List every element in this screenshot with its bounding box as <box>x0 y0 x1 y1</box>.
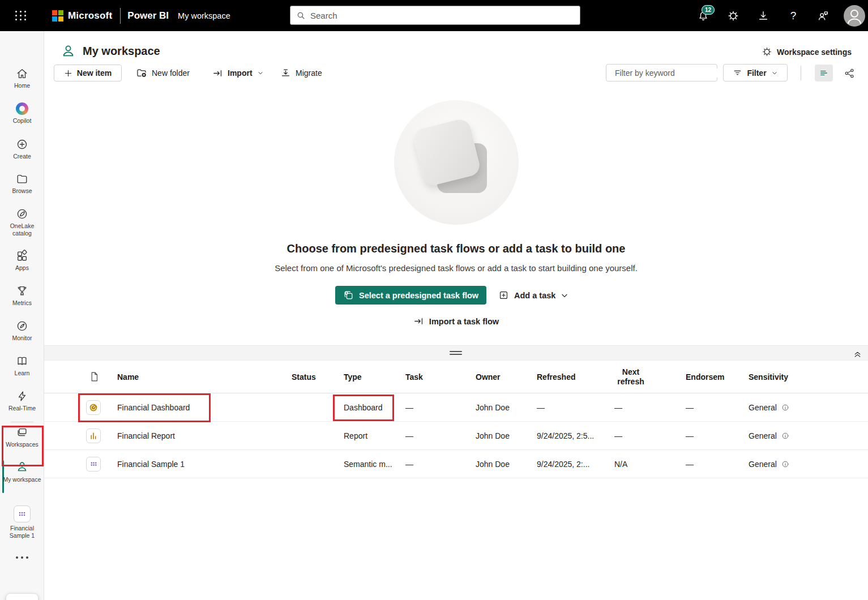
sidebar-item-copilot[interactable]: Copilot <box>0 102 44 125</box>
cell-owner: John Doe <box>476 403 537 412</box>
chevron-down-icon <box>257 70 264 76</box>
my-workspace-icon <box>15 460 29 474</box>
col-status[interactable]: Status <box>292 372 344 382</box>
col-refreshed[interactable]: Refreshed <box>537 372 614 382</box>
sidebar-item-browse[interactable]: Browse <box>0 173 44 195</box>
settings-button[interactable] <box>724 6 743 25</box>
sidebar-item-home[interactable]: Home <box>0 67 44 89</box>
col-owner[interactable]: Owner <box>476 372 537 382</box>
filter-icon <box>733 68 742 78</box>
power-bi-app-button[interactable]: Power BI <box>6 593 39 600</box>
page-title: My workspace <box>83 45 160 58</box>
lineage-view-icon <box>844 68 855 79</box>
import-icon <box>212 68 223 79</box>
migrate-button[interactable]: Migrate <box>280 65 322 82</box>
col-type[interactable]: Type <box>344 372 405 382</box>
cell-type: Dashboard <box>344 403 405 412</box>
item-name-link[interactable]: Financial Sample 1 <box>117 460 292 469</box>
item-name-link[interactable]: Financial Report <box>117 431 292 440</box>
col-task[interactable]: Task <box>405 372 476 382</box>
list-view-button[interactable] <box>815 65 833 82</box>
col-endorsement[interactable]: Endorsem <box>686 372 749 382</box>
topbar: Microsoft Power BI My workspace 12 ? <box>0 0 868 31</box>
account-avatar[interactable] <box>844 5 865 27</box>
microsoft-logo-icon <box>52 10 63 22</box>
cell-task: — <box>405 431 476 440</box>
cell-next-refresh: N/A <box>614 460 686 469</box>
new-item-button[interactable]: New item <box>54 65 122 82</box>
empty-state-subtitle: Select from one of Microsoft's predesign… <box>44 263 868 273</box>
lineage-view-button[interactable] <box>840 65 858 82</box>
search-input[interactable] <box>310 11 574 20</box>
gear-icon <box>762 46 772 57</box>
info-icon[interactable] <box>781 404 789 412</box>
feedback-icon <box>817 10 829 22</box>
sidebar-more-button[interactable] <box>0 556 44 559</box>
cell-sensitivity: General <box>749 403 777 412</box>
gear-icon <box>727 10 739 22</box>
notification-badge: 12 <box>702 5 715 15</box>
col-sensitivity[interactable]: Sensitivity <box>749 372 868 382</box>
splitter-drag-handle[interactable] <box>450 351 462 357</box>
import-task-flow-row: Import a task flow <box>44 316 868 327</box>
new-folder-button[interactable]: New folder <box>136 65 190 82</box>
info-icon[interactable] <box>781 460 789 468</box>
search-icon <box>296 11 306 20</box>
semantic-model-icon <box>86 457 101 472</box>
microsoft-logo[interactable]: Microsoft <box>52 10 112 22</box>
cell-endorsement: — <box>686 403 749 412</box>
product-name[interactable]: Power BI <box>127 10 169 22</box>
notifications-button[interactable]: 12 <box>694 6 713 25</box>
sidebar-item-create[interactable]: Create <box>0 138 44 160</box>
sidebar-item-my-workspace[interactable]: My workspace <box>0 460 44 483</box>
filter-keyword-box[interactable] <box>606 64 717 82</box>
more-icon <box>16 556 28 559</box>
import-button[interactable]: Import <box>212 65 264 82</box>
filter-button[interactable]: Filter <box>723 64 788 82</box>
filter-keyword-input[interactable] <box>615 68 717 78</box>
global-search[interactable] <box>290 6 580 25</box>
topbar-actions: 12 ? <box>694 0 865 31</box>
import-icon <box>413 316 424 327</box>
sidebar-item-learn[interactable]: Learn <box>0 355 44 377</box>
table-row-financial-report[interactable]: Financial Report Report — John Doe 9/24/… <box>44 422 868 450</box>
migrate-icon <box>280 68 291 79</box>
add-task-button[interactable]: Add a task <box>498 286 568 305</box>
cell-endorsement: — <box>686 460 749 469</box>
sidebar-item-workspaces[interactable]: Workspaces <box>0 426 44 448</box>
sidebar-item-apps[interactable]: Apps <box>0 250 44 272</box>
sidebar-item-metrics[interactable]: Metrics <box>0 285 44 307</box>
help-button[interactable]: ? <box>784 6 803 25</box>
plus-icon <box>64 69 72 78</box>
app-launcher-button[interactable] <box>8 5 34 27</box>
select-task-flow-button[interactable]: Select a predesigned task flow <box>335 286 486 305</box>
empty-state-title: Choose from predesigned task flows or ad… <box>44 242 868 255</box>
sidebar-item-financial-sample-1[interactable]: Financial Sample 1 <box>0 505 44 539</box>
sidebar-item-monitor[interactable]: Monitor <box>0 320 44 342</box>
collapse-pane-button[interactable] <box>850 347 864 361</box>
col-next-refresh[interactable]: Next refresh <box>614 367 647 387</box>
add-task-icon <box>498 290 509 301</box>
import-task-flow-button[interactable]: Import a task flow <box>413 316 499 327</box>
learn-icon <box>16 355 28 367</box>
table-row-financial-dashboard[interactable]: Financial Dashboard Dashboard — John Doe… <box>44 393 868 422</box>
cell-owner: John Doe <box>476 460 537 469</box>
workspace-settings-button[interactable]: Workspace settings <box>762 46 852 57</box>
download-button[interactable] <box>754 6 773 25</box>
waffle-icon <box>15 11 27 20</box>
sidebar-item-onelake-catalog[interactable]: OneLake catalog <box>0 208 44 237</box>
workspace-header: My workspace <box>61 44 160 59</box>
item-name-link[interactable]: Financial Dashboard <box>117 403 292 412</box>
info-icon[interactable] <box>781 432 789 440</box>
document-icon <box>89 371 117 382</box>
table-row-financial-sample-1[interactable]: Financial Sample 1 Semantic m... — John … <box>44 450 868 478</box>
col-name[interactable]: Name <box>117 372 292 382</box>
workspaces-icon <box>16 426 28 439</box>
cell-task: — <box>405 403 476 412</box>
pane-splitter <box>44 345 868 361</box>
cell-refreshed: 9/24/2025, 2:... <box>537 460 614 469</box>
feedback-button[interactable] <box>814 6 833 25</box>
cell-refreshed: 9/24/2025, 2:5... <box>537 431 614 440</box>
list-view-icon <box>819 68 829 78</box>
sidebar-item-real-time[interactable]: Real-Time <box>0 390 44 412</box>
